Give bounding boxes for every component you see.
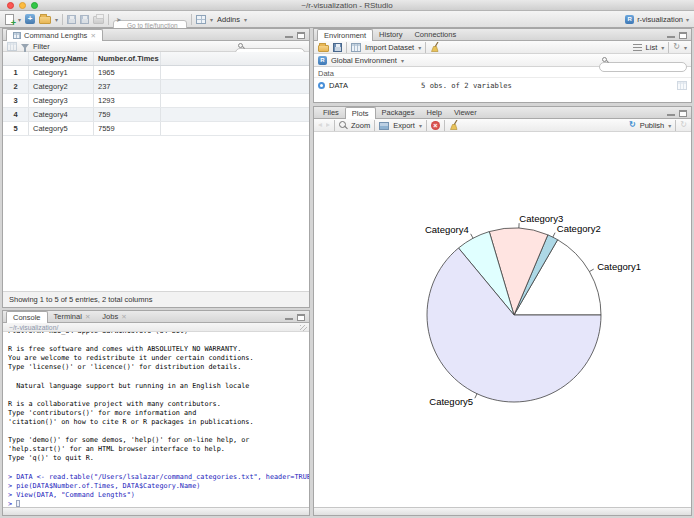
zoom-plot-button[interactable]: Zoom: [351, 121, 370, 130]
pie-label: Category2: [557, 223, 601, 234]
refresh-plot-icon[interactable]: ↻: [680, 121, 687, 129]
panes-layout-icon[interactable]: [196, 15, 206, 24]
environment-tabbar: Environment History Connections: [314, 29, 691, 41]
publish-button[interactable]: Publish: [640, 121, 665, 130]
column-header[interactable]: Number.of.Times: [94, 52, 161, 65]
new-file-dropdown-icon[interactable]: ▾: [18, 16, 21, 23]
panes-dropdown-icon[interactable]: ▾: [210, 16, 213, 23]
console-command: pie(DATA$Number.of.Times, DATA$Category.…: [16, 482, 200, 490]
addins-button[interactable]: Addins: [217, 15, 240, 24]
tab-console[interactable]: Console: [6, 311, 48, 323]
column-header[interactable]: Category.Name: [29, 52, 94, 65]
new-file-icon[interactable]: [5, 14, 14, 25]
resize-grip[interactable]: [300, 325, 307, 331]
pie-label: Category5: [429, 396, 473, 407]
refresh-dropdown-icon[interactable]: ▾: [684, 44, 687, 51]
tab-jobs[interactable]: Jobs ✕: [96, 311, 132, 322]
clear-objects-icon[interactable]: [430, 42, 440, 52]
view-object-icon[interactable]: [677, 81, 687, 90]
table-row[interactable]: 2 Category2 237: [3, 80, 309, 94]
panel-window-buttons: [667, 32, 687, 39]
environment-object-row[interactable]: DATA 5 obs. of 2 variables: [314, 79, 691, 92]
data-search-wrap: [235, 41, 305, 51]
maximize-panel-icon[interactable]: [679, 110, 687, 117]
filter-button[interactable]: Filter: [33, 42, 50, 51]
console-line: [8, 427, 307, 436]
console-input-line[interactable]: >: [8, 500, 307, 507]
plots-tabbar: Files Plots Packages Help Viewer: [314, 107, 691, 119]
console-output[interactable]: Platform: x86_64-apple-darwin13.6.0 (64-…: [3, 332, 309, 507]
maximize-panel-icon[interactable]: [297, 32, 305, 39]
tab-history[interactable]: History: [373, 29, 408, 40]
panel-window-buttons: [285, 314, 305, 321]
tab-connections[interactable]: Connections: [408, 29, 462, 40]
console-working-dir: ~/r-visualization/: [3, 323, 309, 332]
zoom-plot-icon: [339, 121, 347, 130]
console-line: [8, 391, 307, 400]
tab-packages[interactable]: Packages: [376, 107, 421, 118]
tab-files[interactable]: Files: [317, 107, 345, 118]
refresh-environment-icon[interactable]: ↻: [673, 43, 680, 51]
tab-command-lengths[interactable]: Command Lengths ✕: [6, 29, 103, 41]
open-file-icon[interactable]: [39, 16, 51, 24]
save-icon[interactable]: [67, 15, 76, 24]
table-row[interactable]: 5 Category5 7559: [3, 122, 309, 136]
scope-dropdown-icon[interactable]: ▾: [401, 57, 404, 64]
filter-icon[interactable]: [21, 44, 29, 49]
rownum-header[interactable]: [3, 52, 29, 65]
pie-chart: Category1Category2Category3Category4Cate…: [314, 132, 691, 509]
list-view-button[interactable]: List: [646, 43, 658, 52]
pie-label-tick: [553, 233, 555, 237]
print-icon[interactable]: [93, 16, 104, 24]
export-plot-button[interactable]: Export: [393, 121, 415, 130]
tab-terminal[interactable]: Terminal ✕: [48, 311, 97, 322]
horizontal-scrollbar[interactable]: [3, 507, 309, 515]
close-tab-icon[interactable]: ✕: [90, 32, 95, 40]
scope-selector[interactable]: Global Environment: [331, 56, 397, 65]
table-row[interactable]: 4 Category4 759: [3, 108, 309, 122]
maximize-panel-icon[interactable]: [679, 32, 687, 39]
minimize-panel-icon[interactable]: [285, 36, 293, 38]
list-dropdown-icon[interactable]: ▾: [661, 44, 664, 51]
save-all-icon[interactable]: [80, 15, 89, 24]
pie-label: Category1: [597, 261, 641, 272]
console-line: Type 'contributors()' for more informati…: [8, 409, 307, 418]
tab-environment[interactable]: Environment: [317, 29, 373, 41]
tab-plots[interactable]: Plots: [345, 107, 376, 119]
new-project-icon[interactable]: +: [25, 14, 35, 24]
horizontal-scrollbar[interactable]: [314, 507, 691, 515]
table-row[interactable]: 1 Category1 1965: [3, 66, 309, 80]
next-plot-icon[interactable]: ▸: [326, 121, 330, 129]
clear-plots-icon[interactable]: [449, 120, 459, 130]
export-dropdown-icon[interactable]: ▾: [419, 122, 422, 129]
goto-file-wrap: ➤: [113, 14, 187, 25]
close-tab-icon[interactable]: ✕: [121, 313, 126, 321]
tab-help[interactable]: Help: [420, 107, 447, 118]
maximize-panel-icon[interactable]: [297, 314, 305, 321]
import-dataset-button[interactable]: Import Dataset: [365, 43, 414, 52]
minimize-panel-icon[interactable]: [285, 318, 293, 320]
load-workspace-icon[interactable]: [318, 45, 329, 52]
refresh-data-icon[interactable]: [7, 42, 17, 51]
publish-dropdown-icon[interactable]: ▾: [668, 122, 671, 129]
pie-label: Category3: [519, 213, 563, 224]
publish-icon: ↻: [629, 121, 636, 129]
close-tab-icon[interactable]: ✕: [85, 313, 90, 321]
minimize-panel-icon[interactable]: [667, 36, 675, 38]
tab-viewer[interactable]: Viewer: [448, 107, 483, 118]
save-workspace-icon[interactable]: [333, 43, 342, 52]
table-status-text: Showing 1 to 5 of 5 entries, 2 total col…: [3, 291, 309, 307]
project-label: r-visualization: [637, 15, 683, 24]
console-line: R is a collaborative project with many c…: [8, 400, 307, 409]
project-button[interactable]: R r-visualization ▾: [625, 15, 689, 24]
open-file-dropdown-icon[interactable]: ▾: [55, 16, 58, 23]
table-row[interactable]: 3 Category3 1293: [3, 94, 309, 108]
import-dataset-dropdown-icon[interactable]: ▾: [418, 44, 421, 51]
addins-dropdown-icon[interactable]: ▾: [244, 16, 247, 23]
toolbar-separator: [62, 14, 63, 25]
minimize-panel-icon[interactable]: [667, 114, 675, 116]
search-icon: [238, 43, 243, 48]
remove-plot-icon[interactable]: ×: [431, 121, 440, 130]
data-viewer-panel: Command Lengths ✕ Filter Category.Name N…: [2, 28, 310, 308]
previous-plot-icon[interactable]: ◂: [318, 121, 322, 129]
